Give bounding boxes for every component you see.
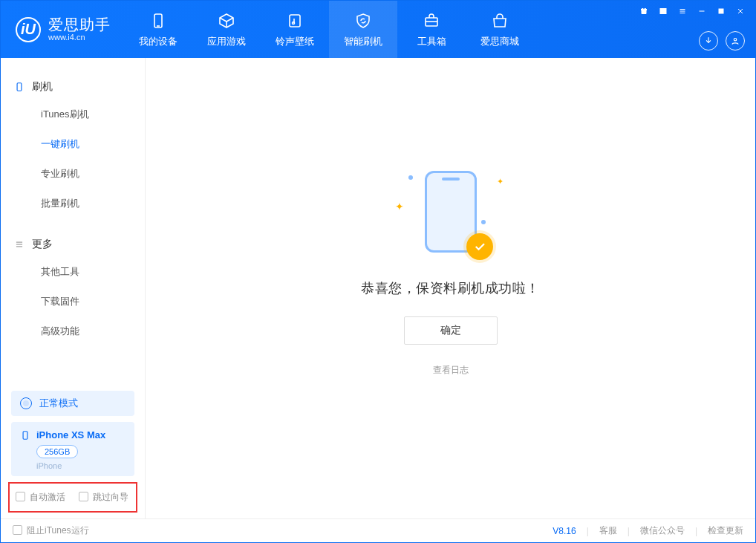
nav-label: 铃声壁纸: [276, 35, 314, 48]
svg-rect-2: [290, 15, 300, 27]
decor-dot: [408, 175, 413, 180]
sparkle-icon: ✦: [497, 177, 504, 186]
app-header: iU 爱思助手 www.i4.cn 我的设备 应用游戏 铃声壁纸 智能刷机 工具…: [1, 1, 755, 58]
sidebar-group-flash: 刷机: [1, 74, 145, 100]
app-logo[interactable]: iU 爱思助手 www.i4.cn: [1, 1, 124, 58]
nav-label: 智能刷机: [344, 35, 382, 48]
sidebar-group-title: 刷机: [32, 80, 53, 94]
sidebar-group-title: 更多: [32, 238, 53, 251]
ok-button[interactable]: 确定: [404, 316, 498, 345]
sidebar-item-itunes-flash[interactable]: iTunes刷机: [1, 100, 145, 129]
refresh-shield-icon: [354, 11, 372, 30]
nav-ringtone-wallpaper[interactable]: 铃声壁纸: [261, 1, 329, 58]
main-content: ✦ ✦ 恭喜您，保资料刷机成功啦！ 确定 查看日志: [146, 58, 755, 518]
device-mode-chip[interactable]: 正常模式: [11, 391, 134, 416]
svg-point-15: [734, 39, 737, 42]
svg-rect-20: [23, 431, 27, 439]
success-check-icon: [466, 233, 493, 260]
sidebar-item-pro-flash[interactable]: 专业刷机: [1, 159, 145, 189]
nav-label: 应用游戏: [207, 35, 246, 48]
success-illustration: ✦ ✦: [395, 171, 506, 260]
highlighted-options-row: 自动激活 跳过向导: [8, 482, 137, 513]
maximize-button[interactable]: [717, 5, 726, 19]
logo-icon: iU: [16, 17, 41, 42]
download-button[interactable]: [699, 31, 718, 51]
sidebar-item-download-firmware[interactable]: 下载固件: [1, 287, 145, 316]
app-name: 爱思助手: [48, 16, 111, 33]
device-icon: [149, 11, 167, 30]
skip-guide-checkbox[interactable]: 跳过向导: [79, 491, 128, 504]
sidebar-item-oneclick-flash[interactable]: 一键刷机: [1, 129, 145, 159]
nav-apps-games[interactable]: 应用游戏: [192, 1, 261, 58]
phone-icon: [20, 430, 30, 440]
version-label: V8.16: [553, 526, 576, 536]
toolbox-icon: [423, 11, 440, 30]
mode-label: 正常模式: [39, 397, 78, 410]
header-right-controls: [639, 1, 748, 58]
device-name: iPhone XS Max: [36, 429, 105, 440]
user-button[interactable]: [726, 31, 745, 51]
phone-icon: [14, 82, 25, 92]
app-url: www.i4.cn: [48, 33, 111, 42]
nav-label: 我的设备: [139, 35, 177, 48]
connected-device-card[interactable]: iPhone XS Max 256GB iPhone: [11, 422, 134, 476]
menu-icon: [14, 239, 25, 250]
svg-rect-16: [17, 83, 22, 91]
minimize-button[interactable]: [697, 5, 706, 19]
header-circle-buttons: [699, 31, 745, 51]
status-bar: 阻止iTunes运行 V8.16 | 客服 | 微信公众号 | 检查更新: [1, 518, 755, 542]
top-nav: 我的设备 应用游戏 铃声壁纸 智能刷机 工具箱 爱思商城: [124, 1, 534, 58]
music-icon: [286, 11, 304, 30]
sidebar-item-advanced[interactable]: 高级功能: [1, 316, 145, 346]
sidebar-group-more: 更多: [1, 232, 145, 257]
window-controls: [639, 5, 745, 19]
nav-smart-flash[interactable]: 智能刷机: [329, 1, 397, 58]
tshirt-icon[interactable]: [639, 5, 648, 19]
sidebar: 刷机 iTunes刷机 一键刷机 专业刷机 批量刷机 更多 其他工具 下载固件 …: [1, 58, 146, 518]
logo-text: 爱思助手 www.i4.cn: [48, 16, 111, 42]
list-icon[interactable]: [659, 5, 668, 19]
sidebar-item-other-tools[interactable]: 其他工具: [1, 257, 145, 287]
cube-icon: [218, 11, 235, 30]
sidebar-item-batch-flash[interactable]: 批量刷机: [1, 189, 145, 218]
menu-icon[interactable]: [678, 5, 687, 19]
close-button[interactable]: [736, 5, 745, 19]
nav-my-device[interactable]: 我的设备: [124, 1, 192, 58]
store-icon: [491, 11, 509, 30]
device-capacity: 256GB: [36, 445, 78, 458]
svg-point-3: [293, 22, 295, 24]
mode-dot-icon: [20, 397, 32, 409]
success-message: 恭喜您，保资料刷机成功啦！: [361, 279, 540, 297]
check-update-link[interactable]: 检查更新: [708, 524, 743, 537]
sparkle-icon: ✦: [395, 201, 404, 212]
device-type: iPhone: [36, 461, 126, 470]
wechat-link[interactable]: 微信公众号: [640, 524, 685, 537]
nav-label: 工具箱: [417, 35, 446, 48]
support-link[interactable]: 客服: [599, 524, 617, 537]
decor-dot: [481, 220, 486, 224]
view-log-link[interactable]: 查看日志: [433, 364, 469, 377]
svg-rect-12: [719, 9, 723, 13]
block-itunes-checkbox[interactable]: 阻止iTunes运行: [13, 524, 89, 537]
auto-activate-checkbox[interactable]: 自动激活: [16, 491, 65, 504]
nav-store[interactable]: 爱思商城: [466, 1, 534, 58]
svg-rect-6: [660, 9, 666, 14]
nav-label: 爱思商城: [480, 35, 519, 48]
nav-toolbox[interactable]: 工具箱: [397, 1, 466, 58]
